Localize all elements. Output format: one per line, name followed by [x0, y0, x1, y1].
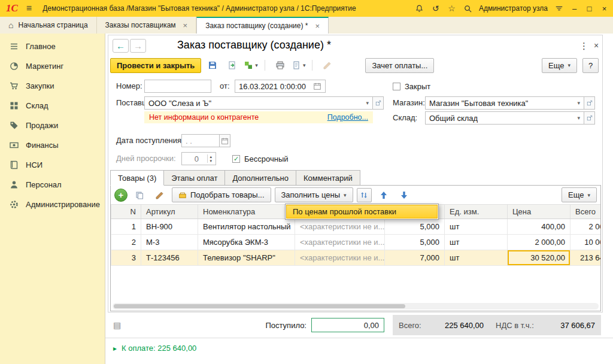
sidebar-item-purchases[interactable]: Закупки — [0, 76, 105, 96]
col-total[interactable]: Всего — [570, 205, 602, 219]
add-row-button[interactable]: + — [114, 189, 128, 202]
tab-supplier-order-new[interactable]: Заказ поставщику (создание) * × — [196, 17, 329, 34]
minimize-button[interactable]: – — [570, 4, 579, 13]
cell-unit[interactable]: шт — [445, 219, 508, 235]
cell-total[interactable]: 2 000,00 — [570, 219, 602, 235]
cell-price-focused[interactable]: 30 520,00 — [508, 250, 570, 266]
tab-comment[interactable]: Комментарий — [296, 170, 360, 186]
warehouse-open-button[interactable] — [584, 111, 595, 125]
save-button[interactable] — [204, 58, 221, 73]
tab-home[interactable]: ⌂ Начальная страница — [0, 17, 97, 34]
col-nomenclature[interactable]: Номенклатура — [198, 205, 295, 219]
cell-n[interactable]: 1 — [111, 219, 141, 235]
items-more-button[interactable]: Еще ▾ — [562, 187, 597, 202]
favorites-star-icon[interactable]: ☆ — [447, 4, 457, 14]
fill-prices-button[interactable]: Заполнить цены ▾ — [275, 187, 353, 202]
maximize-button[interactable]: □ — [585, 4, 594, 13]
cell-n[interactable]: 2 — [111, 235, 141, 250]
horizontal-scrollbar[interactable] — [113, 303, 599, 310]
spinner-control[interactable]: ▴ ▾ — [207, 154, 212, 163]
chevron-down-icon[interactable]: ▾ — [577, 115, 580, 121]
cell-article[interactable]: М-3 — [141, 235, 198, 250]
copy-row-button[interactable] — [131, 187, 148, 202]
connection-icon[interactable] — [554, 4, 564, 14]
kebab-menu-icon[interactable]: ⋮ — [579, 41, 588, 51]
scrollbar-thumb[interactable] — [114, 304, 405, 308]
cell-total[interactable]: 213 640,00 — [570, 250, 602, 266]
menu-item-last-delivery-prices[interactable]: По ценам прошлой поставки — [286, 205, 438, 219]
tab-goods[interactable]: Товары (3) — [110, 170, 164, 186]
chevron-down-icon[interactable]: ▾ — [577, 100, 580, 106]
close-button[interactable]: × — [600, 4, 609, 13]
tab-additional[interactable]: Дополнительно — [225, 170, 296, 186]
overdue-input[interactable]: 0 ▴ ▾ — [181, 152, 216, 165]
spin-up-icon[interactable]: ▴ — [210, 154, 212, 159]
current-user[interactable]: Администратор узла — [479, 4, 548, 13]
receipt-calendar-button[interactable] — [220, 134, 230, 147]
cell-price[interactable]: 400,00 — [508, 219, 570, 235]
col-n[interactable]: N — [111, 205, 141, 219]
move-up-button[interactable] — [375, 187, 392, 202]
cell-nomenclature[interactable]: Вентилятор настольный — [198, 219, 295, 235]
col-price[interactable]: Цена — [508, 205, 570, 219]
post-and-close-button[interactable]: Провести и закрыть — [110, 58, 201, 73]
calendar-icon[interactable] — [313, 82, 321, 90]
col-unit[interactable]: Ед. изм. — [445, 205, 508, 219]
edit-button[interactable] — [319, 58, 336, 73]
edit-row-button[interactable] — [151, 187, 168, 202]
create-based-on-button[interactable]: ▾ — [244, 60, 258, 70]
received-input[interactable]: 0,00 — [311, 318, 384, 332]
post-document-button[interactable] — [224, 58, 241, 73]
sidebar-item-main[interactable]: Главное — [0, 37, 105, 56]
closed-checkbox[interactable]: Закрыт — [393, 80, 430, 93]
tab-close-icon[interactable]: × — [315, 22, 320, 31]
history-icon[interactable]: ↺ — [430, 4, 441, 14]
print-button[interactable] — [272, 58, 289, 73]
notes-icon[interactable]: ▤ — [113, 320, 121, 330]
forward-button[interactable]: → — [130, 39, 146, 53]
chevron-down-icon[interactable]: ▾ — [366, 100, 369, 106]
warehouse-input[interactable]: Общий склад ▾ — [425, 111, 584, 125]
tab-close-icon[interactable]: × — [183, 21, 188, 30]
move-down-button[interactable] — [396, 187, 412, 202]
shop-input[interactable]: Магазин "Бытовая техника" ▾ — [425, 96, 584, 110]
sidebar-item-sales[interactable]: Продажи — [0, 116, 105, 135]
expand-arrow-icon[interactable]: ▸ — [113, 344, 117, 353]
sidebar-item-finance[interactable]: Финансы — [0, 135, 105, 155]
reports-button[interactable]: ▾ — [292, 60, 306, 70]
sidebar-item-administration[interactable]: Администрирование — [0, 195, 105, 214]
help-button[interactable]: ? — [582, 58, 599, 73]
cell-unit[interactable]: шт — [445, 235, 508, 250]
cell-article[interactable]: ВН-900 — [141, 219, 198, 235]
cell-characteristics[interactable]: <характеристики не и... — [295, 250, 385, 266]
cell-characteristics[interactable]: <характеристики не и... — [295, 219, 385, 235]
change-order-button[interactable] — [357, 188, 372, 202]
offset-payment-button[interactable]: Зачет оплаты... — [365, 58, 434, 73]
number-input[interactable] — [144, 80, 211, 93]
supplier-input[interactable]: ООО "Слеза и Ъ" ▾ — [144, 96, 373, 110]
spin-down-icon[interactable]: ▾ — [210, 159, 212, 163]
cell-n[interactable]: 3 — [111, 250, 141, 266]
cell-quantity[interactable]: 5,000 — [385, 219, 445, 235]
termless-checkbox[interactable]: ✓ Бессрочный — [232, 152, 289, 165]
notifications-bell-icon[interactable] — [414, 4, 424, 14]
tab-supplier-orders[interactable]: Заказы поставщикам × — [97, 17, 197, 34]
cell-characteristics[interactable]: <характеристики не и... — [295, 235, 385, 250]
cell-quantity[interactable]: 5,000 — [385, 235, 445, 250]
shop-open-button[interactable] — [584, 96, 595, 110]
col-article[interactable]: Артикул — [141, 205, 198, 219]
supplier-open-button[interactable] — [373, 96, 384, 110]
cell-unit[interactable]: шт — [445, 250, 508, 266]
sidebar-item-nsi[interactable]: НСИ — [0, 155, 105, 175]
main-menu-icon[interactable]: ≡ — [26, 3, 32, 14]
receipt-date-input[interactable]: . . — [181, 134, 220, 147]
form-close-icon[interactable]: × — [594, 41, 599, 50]
tab-payment-stages[interactable]: Этапы оплат — [164, 170, 225, 186]
details-link[interactable]: Подробно... — [327, 113, 368, 122]
sidebar-item-warehouse[interactable]: Склад — [0, 96, 105, 116]
search-icon[interactable] — [463, 4, 473, 14]
cell-price[interactable]: 2 000,00 — [508, 235, 570, 250]
sidebar-item-staff[interactable]: Персонал — [0, 175, 105, 195]
cell-nomenclature[interactable]: Телевизор "SHARP" — [198, 250, 295, 266]
cell-total[interactable]: 10 000,00 — [570, 235, 602, 250]
